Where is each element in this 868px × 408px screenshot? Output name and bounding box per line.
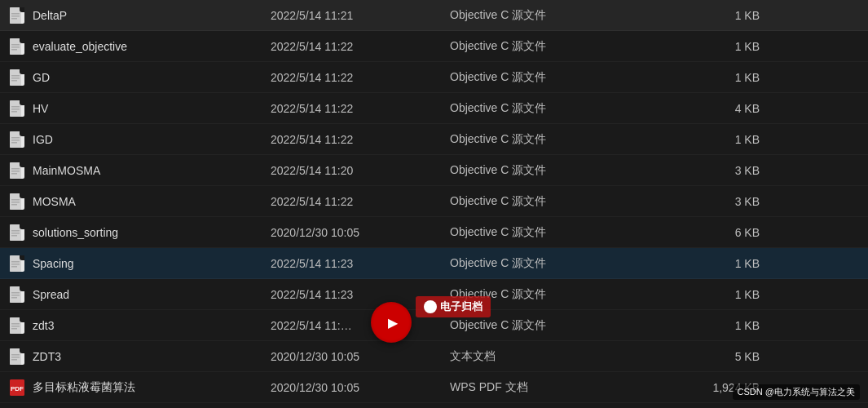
svg-rect-56 [21,286,24,290]
file-name-label: 多目标粘液霉菌算法 [33,380,135,395]
file-date-cell: 2022/5/14 11:22 [271,133,450,146]
file-date-cell: 2022/5/14 11:23 [271,257,450,270]
file-name-label: solutions_sorting [33,226,118,239]
svg-rect-35 [11,173,17,175]
document-icon [10,69,24,86]
file-name-label: DeltaP [33,9,67,22]
svg-rect-65 [11,328,17,330]
file-size-cell: 1 KB [678,9,760,22]
file-name-cell: DeltaP [10,7,271,24]
table-row[interactable]: PDF多目标粘液霉菌算法2020/12/30 10:05WPS PDF 文档1,… [0,372,868,403]
table-row[interactable]: GD2022/5/14 11:22Objective C 源文件1 KB [0,62,868,93]
table-row[interactable]: DeltaP2022/5/14 11:21Objective C 源文件1 KB [0,0,868,31]
svg-rect-69 [11,354,20,356]
file-size-cell: 3 KB [678,164,760,177]
svg-marker-61 [21,317,24,321]
table-row[interactable]: IGD2022/5/14 11:22Objective C 源文件1 KB [0,124,868,155]
file-name-cell: IGD [10,131,271,148]
file-date-cell: 2020/12/30 10:05 [271,381,450,394]
file-type-cell: Objective C 源文件 [450,256,678,271]
svg-rect-23 [11,111,17,113]
svg-rect-16 [11,78,20,79]
svg-rect-26 [21,131,24,135]
file-size-cell: 1 KB [678,319,760,332]
file-name-cell: GD [10,69,271,86]
svg-rect-17 [11,80,17,82]
document-icon [10,286,24,303]
file-type-cell: Objective C 源文件 [450,70,678,85]
file-date-cell: 2022/5/14 11:20 [271,164,450,177]
file-date-cell: 2022/5/14 11:22 [271,40,450,53]
svg-marker-1 [21,7,24,11]
file-type-cell: Objective C 源文件 [450,194,678,209]
svg-marker-25 [21,131,24,135]
table-row[interactable]: solutions_sorting2020/12/30 10:05Objecti… [0,217,868,248]
file-size-cell: 5 KB [678,350,760,363]
svg-rect-5 [11,18,17,20]
svg-rect-40 [11,202,20,203]
svg-marker-13 [21,69,24,73]
svg-rect-11 [11,49,17,51]
file-size-cell: 1 KB [678,71,760,84]
svg-rect-32 [21,162,24,166]
file-type-cell: WPS PDF 文档 [450,380,678,395]
svg-rect-68 [21,348,24,352]
document-icon [10,100,24,117]
svg-rect-27 [11,137,20,139]
play-button-overlay[interactable] [371,302,412,343]
document-icon [10,38,24,55]
file-size-cell: 1 KB [678,133,760,146]
file-type-cell: Objective C 源文件 [450,8,678,23]
svg-marker-49 [21,255,24,259]
table-row[interactable]: evaluate_objective2022/5/14 11:22Objecti… [0,31,868,62]
file-name-label: ZDT3 [33,350,61,363]
file-name-cell: MOSMA [10,193,271,210]
svg-rect-28 [11,140,20,141]
file-type-cell: 文本文档 [450,349,678,364]
svg-rect-39 [11,199,20,201]
file-size-cell: 6 KB [678,226,760,239]
svg-rect-41 [11,204,17,206]
file-type-cell: Objective C 源文件 [450,163,678,178]
svg-rect-3 [11,13,20,15]
overlay-logo-icon [424,300,437,313]
file-name-cell: evaluate_objective [10,38,271,55]
svg-rect-38 [21,193,24,197]
file-type-cell: Objective C 源文件 [450,101,678,116]
svg-marker-7 [21,38,24,42]
table-row[interactable]: ZDT32020/12/30 10:05文本文档5 KB [0,341,868,372]
svg-marker-55 [21,286,24,290]
table-row[interactable]: HV2022/5/14 11:22Objective C 源文件4 KB [0,93,868,124]
file-date-cell: 2020/12/30 10:05 [271,350,450,363]
table-row[interactable]: Spacing2022/5/14 11:23Objective C 源文件1 K… [0,248,868,279]
file-name-label: GD [33,71,50,84]
file-date-cell: 2022/5/14 11:22 [271,102,450,115]
svg-rect-33 [11,168,20,170]
svg-rect-64 [11,326,20,327]
file-size-cell: 1,924 KB [678,381,760,394]
file-name-label: MainMOSMA [33,164,100,177]
file-size-cell: 3 KB [678,195,760,208]
svg-rect-20 [21,100,24,104]
svg-rect-4 [11,16,20,17]
file-name-label: evaluate_objective [33,40,127,53]
svg-rect-22 [11,109,20,110]
svg-rect-70 [11,357,20,358]
file-name-label: Spacing [33,257,74,270]
file-name-cell: zdt3 [10,317,271,334]
svg-marker-67 [21,348,24,352]
svg-rect-14 [21,69,24,73]
pdf-icon: PDF [10,379,24,396]
file-size-cell: 1 KB [678,288,760,301]
table-row[interactable]: MOSMA2022/5/14 11:22Objective C 源文件3 KB [0,186,868,217]
file-name-label: zdt3 [33,319,54,332]
svg-rect-71 [11,359,17,361]
document-icon [10,193,24,210]
table-row[interactable]: MainMOSMA2022/5/14 11:20Objective C 源文件3… [0,155,868,186]
document-icon [10,224,24,241]
svg-rect-59 [11,297,17,299]
file-size-cell: 1 KB [678,257,760,270]
document-icon [10,162,24,179]
file-type-cell: Objective C 源文件 [450,225,678,240]
svg-rect-8 [21,38,24,42]
